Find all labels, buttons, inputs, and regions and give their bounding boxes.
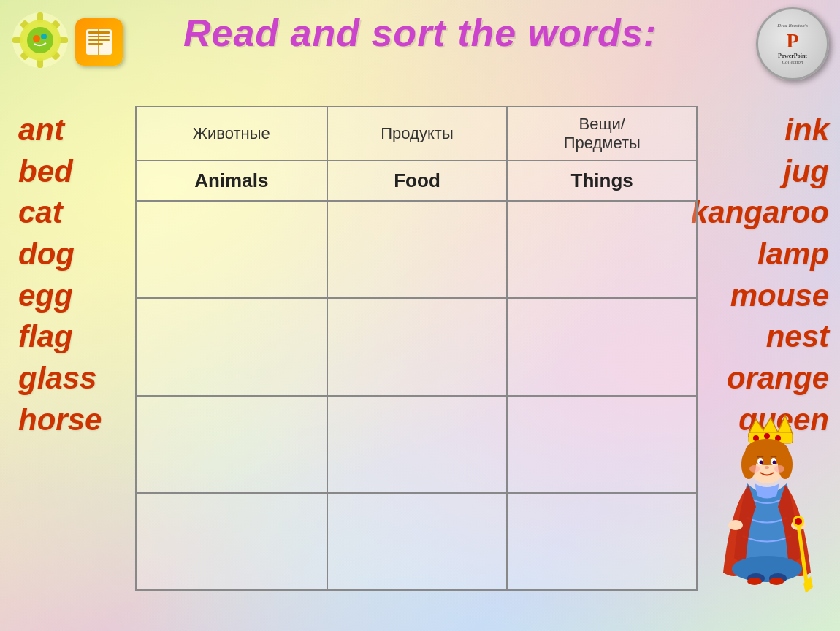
table-row[interactable]	[136, 396, 697, 493]
svg-point-27	[778, 450, 793, 479]
svg-point-40	[795, 518, 802, 525]
svg-point-33	[749, 465, 760, 473]
list-item: mouse	[691, 275, 829, 317]
word-list-left: ant bed cat dog egg flag glass horse	[18, 110, 102, 441]
col-header-food-en: Food	[327, 161, 508, 201]
list-item: egg	[18, 275, 102, 317]
svg-rect-17	[88, 43, 103, 45]
sort-table: Животные Продукты Вещи/Предметы Animals …	[135, 106, 698, 591]
sort-table-container: Животные Продукты Вещи/Предметы Animals …	[135, 106, 698, 591]
table-header-russian: Животные Продукты Вещи/Предметы	[136, 107, 697, 161]
svg-point-12	[41, 34, 47, 39]
col-header-things-en: Things	[507, 161, 697, 201]
col-header-things-ru: Вещи/Предметы	[507, 107, 697, 161]
svg-point-35	[728, 520, 743, 530]
ppt-top: Diva Braston's	[777, 23, 808, 28]
header: Read and sort the words:	[0, 11, 840, 55]
cell-animals-1[interactable]	[136, 201, 327, 298]
list-item: horse	[18, 399, 102, 441]
svg-point-26	[741, 450, 756, 479]
list-item: flag	[18, 316, 102, 358]
cell-animals-3[interactable]	[136, 396, 327, 493]
ppt-logo: P	[786, 29, 798, 53]
table-row[interactable]	[136, 298, 697, 395]
queen-svg	[690, 412, 836, 631]
cell-things-1[interactable]	[507, 201, 697, 298]
ppt-badge: Diva Braston's P PowerPoint Collection	[756, 7, 829, 80]
list-item: jug	[691, 151, 829, 193]
ppt-label: PowerPoint	[778, 53, 807, 59]
svg-point-30	[760, 461, 763, 464]
svg-point-41	[732, 556, 802, 582]
col-header-animals-ru: Животные	[136, 107, 327, 161]
gear-icon	[11, 11, 69, 72]
svg-point-45	[769, 578, 784, 585]
svg-point-44	[747, 578, 762, 585]
page-title: Read and sort the words:	[183, 11, 657, 55]
svg-point-11	[33, 35, 40, 42]
svg-point-22	[764, 433, 770, 439]
cell-food-3[interactable]	[327, 396, 508, 493]
list-item: kangaroo	[691, 192, 829, 234]
book-icon	[75, 18, 123, 66]
svg-point-10	[27, 27, 53, 53]
list-item: ink	[691, 110, 829, 151]
cell-food-4[interactable]	[327, 493, 508, 590]
list-item: orange	[691, 358, 829, 399]
table-header-english: Animals Food Things	[136, 161, 697, 201]
cell-things-4[interactable]	[507, 493, 697, 590]
svg-point-31	[773, 461, 776, 464]
list-item: ant	[18, 110, 102, 151]
header-icons	[11, 11, 123, 72]
svg-marker-19	[749, 416, 793, 434]
cell-animals-2[interactable]	[136, 298, 327, 395]
ppt-sub: Collection	[782, 59, 803, 65]
list-item: bed	[18, 151, 102, 193]
list-item: dog	[18, 234, 102, 275]
queen-character	[690, 412, 836, 631]
word-list-right: ink jug kangaroo lamp mouse nest orange …	[691, 110, 829, 441]
list-item: cat	[18, 192, 102, 234]
cell-food-1[interactable]	[327, 201, 508, 298]
svg-point-34	[774, 465, 784, 473]
list-item: glass	[18, 358, 102, 399]
col-header-food-ru: Продукты	[327, 107, 508, 161]
content-wrapper: Read and sort the words: Diva Braston's …	[0, 0, 840, 631]
cell-things-3[interactable]	[507, 396, 697, 493]
list-item: lamp	[691, 234, 829, 275]
cell-food-2[interactable]	[327, 298, 508, 395]
list-item: nest	[691, 316, 829, 358]
ppt-circle: Diva Braston's P PowerPoint Collection	[756, 7, 829, 80]
col-header-animals-en: Animals	[136, 161, 327, 201]
cell-animals-4[interactable]	[136, 493, 327, 590]
cell-things-2[interactable]	[507, 298, 697, 395]
table-row[interactable]	[136, 493, 697, 590]
svg-point-32	[765, 466, 769, 469]
table-row[interactable]	[136, 201, 697, 298]
